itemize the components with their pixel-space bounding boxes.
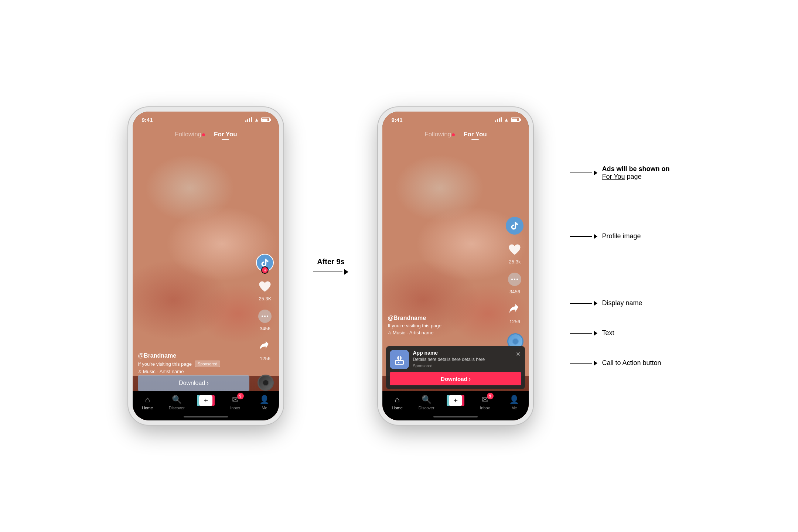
me-icon-2: 👤 (509, 395, 519, 405)
discover-icon: 🔍 (172, 395, 181, 405)
discover-icon-2: 🔍 (422, 395, 431, 405)
annotation-head-2 (594, 234, 597, 239)
transition-label: After 9s (317, 258, 344, 266)
transition-arrow: After 9s (313, 258, 348, 275)
like-button[interactable]: 25.3K (257, 278, 273, 301)
svg-rect-5 (398, 362, 399, 363)
comment-button-2[interactable]: 3456 (507, 271, 523, 294)
home-indicator-2 (433, 416, 478, 417)
annotation-ads: Ads will be shown on For You page (570, 165, 669, 181)
more-icon (258, 310, 272, 323)
tab-for-you[interactable]: For You (214, 131, 237, 138)
share-count-2: 1256 (509, 319, 520, 324)
nav-discover-2[interactable]: 🔍 Discover (415, 395, 437, 410)
status-time: 9:41 (141, 117, 153, 123)
ad-app-name: App name (413, 350, 511, 356)
top-nav: Following For You (133, 128, 279, 141)
profile-avatar[interactable]: + (256, 254, 274, 272)
battery-icon (261, 117, 270, 122)
music-info: ♫ Music - Artist name (138, 369, 253, 374)
svg-point-4 (399, 355, 400, 356)
nav-discover[interactable]: 🔍 Discover (166, 395, 188, 410)
nav-add[interactable]: + (195, 395, 217, 408)
arrow-shaft (313, 272, 342, 272)
annotation-head-3 (594, 301, 597, 306)
ad-app-icon (390, 350, 409, 369)
nav-home-label-2: Home (392, 406, 402, 410)
nav-inbox-label-2: Inbox (480, 406, 490, 410)
inbox-badge: 9 (237, 393, 244, 399)
ad-download-button[interactable]: Download › (390, 372, 521, 385)
annotation-arrow-5 (570, 361, 597, 366)
share-count: 1256 (260, 356, 270, 361)
like-count: 25.3K (259, 296, 271, 301)
live-dot (202, 133, 205, 136)
annotation-arrow-2 (570, 234, 597, 239)
signal-icon (245, 117, 252, 122)
annotation-display-name: Display name (570, 299, 669, 307)
follow-plus-badge: + (261, 266, 269, 274)
status-time-2: 9:41 (391, 117, 402, 123)
ad-description: Details here details here details here (413, 357, 511, 363)
nav-me[interactable]: 👤 Me (253, 395, 276, 410)
like-button-2[interactable]: 25.3k (507, 241, 523, 265)
add-button[interactable]: + (198, 395, 214, 406)
nav-me-label: Me (262, 406, 267, 410)
nav-home[interactable]: ⌂ Home (136, 395, 158, 410)
annotation-text-cta: Call to Action button (602, 359, 661, 367)
nav-me-label-2: Me (511, 406, 517, 410)
annotation-head-4 (594, 331, 597, 336)
share-button-2[interactable]: 1256 (507, 301, 523, 324)
tab-for-you-2[interactable]: For You (464, 131, 487, 138)
comment-button[interactable]: 3456 (257, 308, 273, 331)
ad-card-header: App name Details here details here detai… (390, 350, 521, 369)
status-icons: ▲ (245, 117, 270, 123)
ad-close-button[interactable]: ✕ (515, 350, 521, 358)
inbox-badge-2: 9 (487, 393, 494, 399)
sponsored-badge: Sponsored (195, 361, 220, 367)
tab-following-2[interactable]: Following (424, 131, 455, 138)
annotation-text-profile: Profile image (602, 232, 641, 240)
nav-me-2[interactable]: 👤 Me (503, 395, 525, 410)
nav-add-2[interactable]: + (444, 395, 467, 408)
phone-1: 9:41 ▲ Following (128, 107, 283, 425)
right-actions: + 25.3K (256, 254, 274, 361)
nav-inbox-2[interactable]: ✉ 9 Inbox (474, 395, 496, 410)
more-icon-2 (508, 273, 521, 286)
nav-discover-label-2: Discover (419, 406, 434, 410)
nav-discover-label: Discover (169, 406, 185, 410)
download-cta-button[interactable]: Download › (138, 375, 249, 391)
top-nav-2: Following For You (382, 128, 529, 141)
ad-card: App name Details here details here detai… (386, 346, 525, 389)
right-actions-2: 25.3k 3456 (506, 217, 524, 324)
home-icon-2: ⌂ (392, 395, 402, 405)
add-button-2[interactable]: + (447, 395, 464, 406)
annotation-shaft-2 (570, 236, 592, 237)
video-description-2: If you're visiting this page (388, 323, 503, 328)
status-bar-2: 9:41 ▲ (382, 112, 529, 128)
arrow-line (313, 269, 348, 275)
annotation-shaft-1 (570, 173, 592, 173)
signal-icon-2 (495, 117, 502, 122)
annotation-head-1 (594, 170, 597, 175)
annotation-text-label: Text (570, 329, 669, 337)
status-bar: 9:41 ▲ (133, 112, 279, 128)
tab-following[interactable]: Following (175, 131, 205, 138)
annotations-panel: Ads will be shown on For You page Profil… (570, 165, 669, 367)
annotation-text-ads: Ads will be shown on For You page (602, 165, 669, 181)
annotation-shaft-4 (570, 333, 592, 334)
nav-home-2[interactable]: ⌂ Home (386, 395, 408, 410)
annotation-head-5 (594, 361, 597, 366)
ad-content: App name Details here details here detai… (413, 350, 511, 368)
home-indicator (184, 416, 228, 417)
bottom-info-2: @Brandname If you're visiting this page … (388, 315, 503, 335)
share-button[interactable]: 1256 (257, 338, 273, 361)
inbox-icon-2: ✉ 9 (480, 395, 490, 405)
ad-sponsored: Sponsored (413, 364, 511, 368)
profile-avatar-2[interactable] (506, 217, 524, 235)
wifi-icon: ▲ (254, 117, 259, 123)
annotation-arrow-1 (570, 170, 597, 175)
nav-inbox[interactable]: ✉ 9 Inbox (224, 395, 246, 410)
video-description: If you're visiting this page Sponsored (138, 361, 253, 367)
inbox-icon: ✉ 9 (231, 395, 240, 405)
